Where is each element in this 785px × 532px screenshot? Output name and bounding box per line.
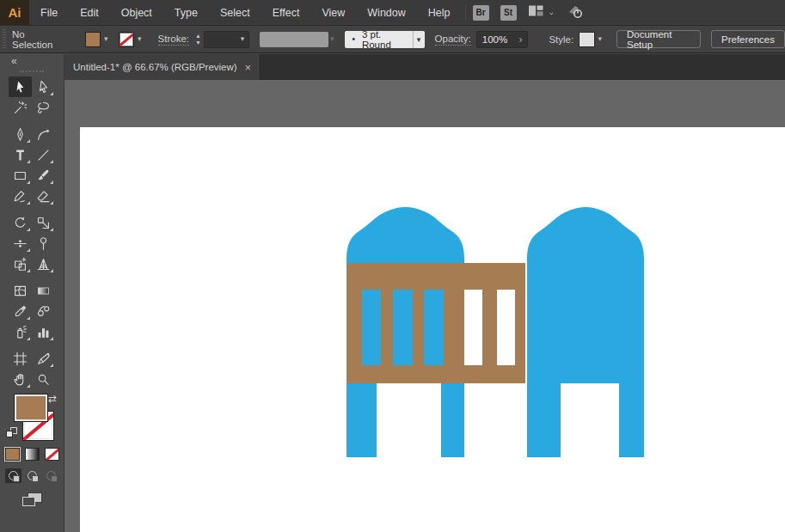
slice-tool[interactable] — [32, 348, 55, 369]
slice-tool-icon — [35, 351, 52, 367]
magic-wand-tool-icon — [12, 100, 28, 116]
workspace: Untitled-1* @ 66.67% (RGB/Preview) × — [64, 53, 785, 532]
tool-group-divider — [9, 206, 55, 212]
paintbrush-tool-icon — [35, 168, 52, 184]
menu-item-select[interactable]: Select — [209, 0, 261, 25]
mesh-tool[interactable] — [9, 280, 32, 301]
stroke-weight-chevron-icon[interactable]: ▾ — [241, 35, 245, 43]
draw-inside-icon — [46, 471, 56, 480]
hand-tool[interactable] — [9, 369, 32, 389]
gradient-button[interactable] — [25, 448, 40, 461]
selection-tool[interactable] — [9, 76, 32, 97]
blend-tool-icon — [35, 303, 52, 320]
width-tool[interactable] — [9, 233, 32, 254]
fill-color-swatch[interactable] — [85, 32, 101, 47]
tool-group-divider — [9, 274, 55, 280]
color-button[interactable] — [5, 448, 20, 461]
type-tool[interactable] — [9, 144, 32, 165]
brush-preview-dot-icon: • — [352, 34, 355, 44]
document-tab-bar: Untitled-1* @ 66.67% (RGB/Preview) × — [64, 53, 785, 80]
perspective-grid-tool-icon — [35, 256, 52, 272]
opacity-label[interactable]: Opacity: — [435, 34, 471, 46]
menu-item-help[interactable]: Help — [417, 0, 462, 25]
lasso-tool[interactable] — [32, 97, 55, 118]
menu-item-object[interactable]: Object — [110, 0, 163, 25]
line-segment-tool[interactable] — [32, 144, 55, 165]
opacity-field[interactable]: 100% › — [476, 31, 529, 48]
artboard-tool[interactable] — [9, 348, 32, 369]
stock-button[interactable]: St — [500, 5, 517, 21]
collapse-panel-button[interactable]: « — [0, 53, 64, 67]
stroke-none-slash-icon — [120, 34, 134, 46]
stepper-up-icon[interactable]: ▲ — [195, 33, 201, 39]
stepper-down-icon[interactable]: ▼ — [195, 40, 201, 46]
workspace-switcher[interactable]: ⌄ — [528, 4, 555, 21]
perspective-grid-tool[interactable] — [32, 254, 55, 274]
fill-swatch-chevron-icon[interactable]: ▾ — [104, 35, 108, 43]
rotate-tool[interactable] — [9, 212, 32, 233]
paintbrush-tool[interactable] — [32, 165, 55, 186]
swap-fill-stroke-icon[interactable]: ⇄ — [48, 393, 57, 405]
draw-behind-icon — [28, 471, 37, 480]
bridge-button[interactable]: Br — [473, 5, 489, 21]
style-chevron-icon[interactable]: ▾ — [598, 35, 602, 43]
preferences-button[interactable]: Preferences — [711, 30, 785, 48]
stroke-weight-stepper[interactable]: ▲ ▼ — [195, 33, 201, 46]
stroke-label[interactable]: Stroke: — [158, 34, 189, 46]
draw-normal-button[interactable] — [5, 468, 21, 483]
blend-tool[interactable] — [32, 301, 55, 321]
tool-group-divider — [9, 342, 55, 348]
width-profile-dropdown[interactable] — [260, 32, 328, 47]
screen-mode-front-window-icon — [22, 497, 35, 506]
none-button[interactable] — [45, 448, 59, 461]
brush-definition-dropdown[interactable]: • 3 pt. Round — [345, 31, 412, 48]
brush-name: 3 pt. Round — [362, 29, 406, 50]
paint-type-row — [0, 448, 64, 461]
screen-mode-button[interactable] — [22, 492, 43, 508]
curvature-tool-icon — [35, 126, 52, 143]
gpu-performance-icon[interactable] — [566, 3, 586, 23]
opacity-popout-icon[interactable]: › — [518, 34, 522, 46]
curvature-tool[interactable] — [32, 124, 55, 144]
document-tab[interactable]: Untitled-1* @ 66.67% (RGB/Preview) × — [64, 54, 261, 80]
magic-wand-tool[interactable] — [9, 97, 32, 118]
control-bar-grip[interactable] — [2, 29, 7, 50]
document-setup-button[interactable]: Document Setup — [616, 30, 701, 48]
brush-dropdown-chevron-icon[interactable]: ▾ — [413, 31, 425, 48]
puppet-warp-tool[interactable] — [32, 233, 55, 254]
menu-item-file[interactable]: File — [29, 0, 69, 25]
rectangle-tool[interactable] — [9, 165, 32, 186]
menu-item-type[interactable]: Type — [163, 0, 209, 25]
default-fill-stroke-icon[interactable] — [6, 427, 18, 438]
pen-tool[interactable] — [9, 124, 32, 144]
menu-item-effect[interactable]: Effect — [261, 0, 311, 25]
stroke-swatch-chevron-icon[interactable]: ▾ — [138, 35, 142, 43]
stroke-color-swatch[interactable] — [119, 32, 134, 47]
symbol-sprayer-tool-icon — [12, 324, 28, 340]
draw-behind-button[interactable] — [24, 468, 40, 483]
zoom-tool[interactable] — [32, 369, 55, 389]
shape-builder-tool[interactable] — [9, 254, 32, 274]
crib-right-headboard[interactable] — [527, 207, 644, 457]
canvas-area[interactable] — [64, 80, 785, 532]
gradient-tool[interactable] — [32, 280, 55, 301]
column-graph-tool[interactable] — [32, 321, 55, 342]
tools-panel-grip[interactable] — [20, 70, 44, 72]
eraser-tool[interactable] — [32, 186, 55, 206]
stroke-weight-field[interactable]: ▾ — [204, 31, 249, 48]
control-bar: No Selection ▾ ▾ Stroke: ▲ ▼ ▾ ▾ • 3 pt.… — [0, 25, 785, 53]
eyedropper-tool[interactable] — [9, 301, 32, 321]
menu-item-edit[interactable]: Edit — [69, 0, 110, 25]
menu-item-window[interactable]: Window — [356, 0, 416, 25]
zoom-tool-icon — [35, 371, 52, 388]
draw-inside-button[interactable] — [43, 468, 59, 483]
menu-item-view[interactable]: View — [310, 0, 356, 25]
draw-normal-icon — [9, 471, 18, 480]
symbol-sprayer-tool[interactable] — [9, 321, 32, 342]
fill-color-indicator[interactable] — [15, 394, 47, 421]
tab-close-icon[interactable]: × — [244, 62, 251, 73]
style-swatch[interactable] — [579, 32, 595, 47]
scale-tool[interactable] — [32, 212, 55, 233]
shaper-tool[interactable] — [9, 186, 32, 206]
direct-selection-tool[interactable] — [32, 76, 55, 97]
